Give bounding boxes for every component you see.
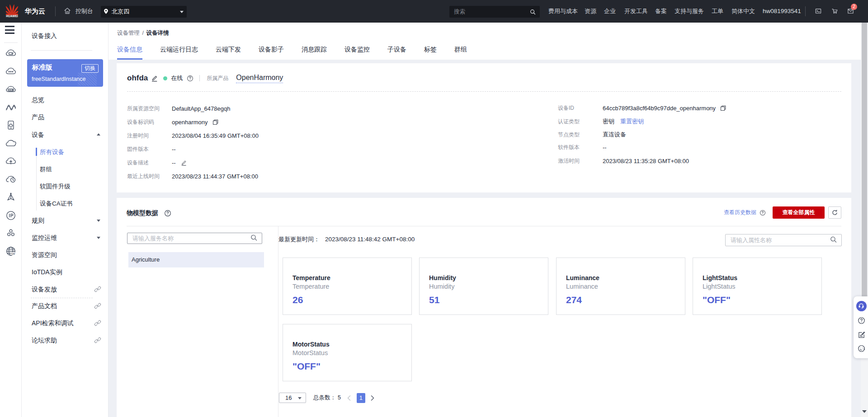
topbar-link-language[interactable]: 简体中文: [731, 0, 755, 23]
property-card-luminance[interactable]: LuminanceLuminance274: [556, 258, 685, 315]
sidebar-item-rules[interactable]: 规则: [22, 212, 108, 229]
sidebar-item-resource-spaces[interactable]: 资源空间: [22, 246, 108, 263]
tab-cloud-run-logs[interactable]: 云端运行日志: [160, 45, 198, 60]
sidebar-item-api-explorer[interactable]: API检索和调试: [22, 314, 108, 332]
topbar-link-support[interactable]: 支持与服务: [675, 0, 704, 23]
mail-badge[interactable]: 2: [851, 4, 857, 10]
sidebar-item-groups[interactable]: 群组: [22, 161, 108, 178]
refresh-button[interactable]: [828, 206, 841, 219]
copy-icon[interactable]: [212, 119, 219, 126]
scrollbar-down-arrow[interactable]: [862, 410, 867, 413]
expand-caret-icon-2: [97, 237, 100, 239]
next-page-chevron[interactable]: [371, 395, 374, 401]
service-search-input[interactable]: [127, 235, 262, 242]
breadcrumb-current: 设备详情: [146, 30, 169, 36]
sidebar: 设备接入 标准版 切换 freeStandardInstance 总览 产品 设…: [22, 23, 108, 417]
service-item-agriculture[interactable]: Agriculture: [128, 252, 264, 267]
location-pin-icon: [104, 8, 108, 16]
rail-cloud-clock-icon[interactable]: [5, 173, 17, 185]
product-link[interactable]: OpenHarmony: [236, 74, 283, 83]
rail-cluster-icon[interactable]: [5, 227, 17, 239]
rail-waves-icon[interactable]: [5, 102, 17, 113]
menu-hamburger-icon[interactable]: [5, 26, 14, 36]
topbar-link-icp[interactable]: 备案: [655, 0, 667, 23]
rail-ecs-icon[interactable]: [5, 47, 17, 59]
attribute-search-input[interactable]: [726, 237, 841, 244]
breadcrumb-separator: /: [142, 30, 143, 36]
field-device-id: 设备ID64ccb789f3a8cf64b9c97dde_openharmony: [558, 103, 726, 112]
topbar-link-devtools[interactable]: 开发工具: [624, 0, 648, 23]
tab-device-shadow[interactable]: 设备影子: [259, 45, 284, 60]
huawei-logo[interactable]: HUAWEI: [6, 3, 18, 20]
smiley-icon[interactable]: [856, 343, 867, 354]
sidebar-item-product-docs[interactable]: 产品文档: [22, 297, 108, 314]
property-card-lightstatus[interactable]: LightStatusLightStatus"OFF": [693, 258, 822, 315]
copy-icon-2[interactable]: [720, 105, 726, 112]
breadcrumb-parent[interactable]: 设备管理: [117, 30, 140, 36]
sidebar-item-device-provisioning[interactable]: 设备发放: [22, 281, 108, 298]
sidebar-item-all-devices[interactable]: 所有设备: [22, 144, 108, 161]
topbar-search-input[interactable]: [449, 9, 524, 15]
help-icon[interactable]: [856, 315, 867, 326]
sidebar-item-overview[interactable]: 总览: [22, 91, 108, 108]
history-data-link[interactable]: 查看历史数据: [724, 209, 756, 216]
view-all-properties-button[interactable]: 查看全部属性: [773, 206, 825, 219]
property-card-temperature[interactable]: TemperatureTemperature26: [283, 258, 412, 315]
instance-switch-button[interactable]: 切换: [81, 64, 99, 73]
rail-globe-icon[interactable]: W: [5, 245, 17, 257]
tab-message-trace[interactable]: 消息跟踪: [302, 45, 327, 60]
rail-cloud-server-icon[interactable]: [5, 84, 17, 95]
page-size-select[interactable]: 16: [279, 393, 306, 403]
reset-key-link[interactable]: 重置密钥: [620, 117, 644, 126]
brand-name[interactable]: 华为云: [25, 0, 45, 23]
sidebar-item-products[interactable]: 产品: [22, 108, 108, 126]
cart-icon[interactable]: [831, 8, 839, 16]
topbar-link-cost[interactable]: 费用与成本: [548, 0, 578, 23]
tab-tags[interactable]: 标签: [424, 45, 437, 60]
edit-description-icon[interactable]: [180, 159, 187, 166]
prev-page-chevron[interactable]: [347, 395, 351, 401]
rail-cloud-icon[interactable]: [5, 137, 17, 149]
scrollbar-thumb[interactable]: [862, 23, 867, 296]
instance-card[interactable]: 标准版 切换 freeStandardInstance: [27, 59, 103, 87]
property-card-motorstatus[interactable]: MotorStatusMotorStatus"OFF": [283, 324, 412, 381]
tab-cloud-delivery[interactable]: 云端下发: [216, 45, 241, 60]
model-help-icon[interactable]: [164, 210, 171, 217]
rail-cloud-upload-icon[interactable]: [5, 155, 17, 167]
tab-child-devices[interactable]: 子设备: [387, 45, 406, 60]
status-help-icon[interactable]: [187, 75, 193, 82]
sidebar-item-iotda-instances[interactable]: IoTDA实例: [22, 263, 108, 281]
property-card-humidity[interactable]: HumidityHumidity51: [419, 258, 548, 315]
sidebar-item-devices[interactable]: 设备: [22, 126, 108, 143]
edit-device-name-icon[interactable]: [151, 75, 158, 82]
attribute-search-icon[interactable]: [830, 235, 837, 245]
rail-beacon-icon[interactable]: [5, 192, 17, 203]
region-selector[interactable]: 北京四: [101, 6, 187, 18]
rail-ip-icon[interactable]: [5, 210, 17, 221]
console-terminal-icon[interactable]: [815, 8, 822, 16]
topbar-username[interactable]: hw081993541: [763, 0, 797, 23]
search-icon[interactable]: [529, 9, 536, 17]
dashed-divider: [127, 91, 841, 92]
latest-update-row: 最新更新时间：2023/08/23 11:48:42 GMT+08:00: [278, 235, 415, 244]
sidebar-item-monitoring[interactable]: 监控运维: [22, 229, 108, 246]
sidebar-item-device-ca[interactable]: 设备CA证书: [22, 195, 108, 212]
tab-device-monitoring[interactable]: 设备监控: [344, 45, 370, 60]
support-headset-icon[interactable]: [856, 300, 867, 311]
tab-device-info[interactable]: 设备信息: [117, 45, 142, 60]
feedback-icon[interactable]: [856, 329, 867, 340]
rail-device-icon[interactable]: [5, 119, 17, 131]
current-page[interactable]: 1: [357, 393, 365, 403]
topbar-link-ticket[interactable]: 工单: [712, 0, 723, 23]
rail-cloud-dots-icon[interactable]: [5, 66, 17, 77]
console-home[interactable]: 控制台: [63, 0, 93, 23]
history-help-icon[interactable]: [760, 210, 766, 216]
model-data-title: 物模型数据: [127, 209, 158, 217]
topbar-link-resources[interactable]: 资源: [585, 0, 596, 23]
sidebar-item-firmware-upgrade[interactable]: 软固件升级: [22, 178, 108, 195]
tab-groups[interactable]: 群组: [454, 45, 467, 60]
device-header: ohfda 在线 所属产品 OpenHarmony: [127, 71, 283, 85]
service-search-icon[interactable]: [250, 234, 258, 243]
sidebar-item-forum[interactable]: 论坛求助: [22, 332, 108, 349]
topbar-link-enterprise[interactable]: 企业: [604, 0, 616, 23]
